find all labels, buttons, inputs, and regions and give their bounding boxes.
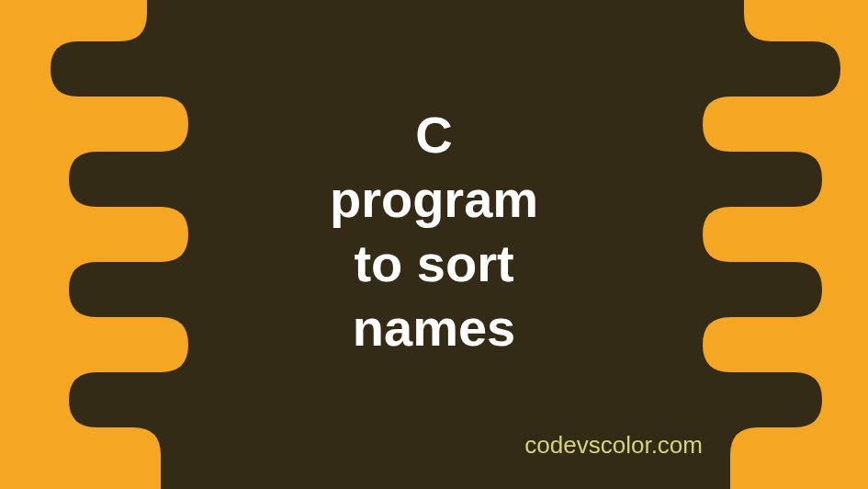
main-title: C program to sort names [330,103,538,360]
credit-text: codevscolor.com [524,431,703,460]
